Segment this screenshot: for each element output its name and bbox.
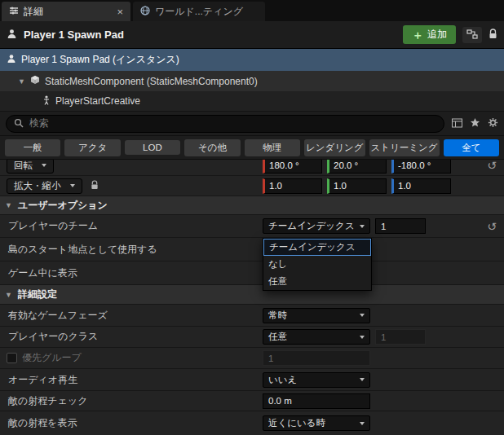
actor-icon — [7, 28, 17, 42]
collapse-arrow-icon: ▼ — [5, 201, 12, 209]
enemy-range-check-row: 敵の射程チェック 0.0 m — [0, 391, 504, 411]
menu-item-none[interactable]: なし — [263, 256, 371, 273]
scale-lock-icon[interactable] — [91, 180, 99, 192]
filter-misc[interactable]: その他 — [184, 139, 240, 156]
section-user-options[interactable]: ▼ ユーザーオプション — [0, 196, 504, 215]
game-phase-label: 有効なゲームフェーズ — [8, 309, 108, 323]
hierarchy-row-staticmesh[interactable]: ▼ StaticMeshComponent (StaticMeshCompone… — [0, 71, 504, 91]
node-graph-icon — [466, 28, 478, 42]
chevron-down-icon — [42, 164, 46, 167]
figure-icon — [42, 95, 51, 108]
team-dropdown-menu: チームインデックス なし 任意 — [263, 238, 372, 291]
rotation-x-field[interactable]: 180.0 ° — [263, 160, 322, 174]
player-class-dropdown[interactable]: 任意 — [263, 329, 370, 345]
view-options-icon[interactable] — [452, 116, 462, 131]
priority-group-checkbox[interactable] — [7, 353, 17, 363]
scale-y-field[interactable]: 1.0 — [327, 178, 387, 194]
show-in-game-label: ゲーム中に表示 — [8, 266, 77, 280]
lock-icon[interactable] — [489, 28, 497, 42]
search-placeholder: 検索 — [29, 116, 49, 130]
page-title: Player 1 Spawn Pad — [24, 29, 124, 41]
scale-z-field[interactable]: 1.0 — [391, 178, 451, 194]
filter-general[interactable]: 一般 — [5, 139, 60, 156]
hierarchy-staticmesh-label: StaticMeshComponent (StaticMeshComponent… — [45, 76, 258, 87]
player-class-row: プレイヤーのクラス 任意 1 — [0, 327, 504, 348]
rotation-z-field[interactable]: -180.0 ° — [391, 160, 451, 174]
chevron-down-icon — [360, 378, 365, 381]
component-hierarchy: Player 1 Spawn Pad (インスタンス) ▼ StaticMesh… — [0, 49, 504, 112]
chevron-down-icon — [70, 184, 75, 187]
expand-arrow-icon[interactable]: ▼ — [18, 77, 25, 86]
actor-icon — [7, 54, 16, 66]
filter-bar: 一般 アクタ LOD その他 物理 レンダリング ストリーミング 全て — [0, 136, 504, 160]
audio-playback-dropdown[interactable]: いいえ — [263, 372, 370, 388]
island-start-row: 島のスタート地点として使用する — [0, 238, 504, 261]
world-icon — [140, 6, 150, 18]
rotation-row: 回転 180.0 ° 20.0 ° -180.0 ° ↺ — [0, 160, 504, 176]
scale-row: 拡大・縮小 1.0 1.0 1.0 — [0, 176, 504, 196]
menu-item-team-index[interactable]: チームインデックス — [263, 239, 371, 256]
island-start-label: 島のスタート地点として使用する — [8, 243, 157, 257]
scale-mode-dropdown[interactable]: 拡大・縮小 — [7, 178, 82, 194]
collapse-arrow-icon: ▼ — [5, 291, 12, 299]
cube-icon — [30, 75, 40, 87]
panel-tab-bar: 詳細 × ワールド...ティング — [0, 0, 504, 21]
reset-icon[interactable]: ↺ — [487, 221, 497, 232]
player-team-label: プレイヤーのチーム — [8, 219, 98, 233]
filter-actor[interactable]: アクタ — [64, 139, 120, 156]
filter-all[interactable]: 全て — [444, 139, 499, 156]
property-grid: 回転 180.0 ° 20.0 ° -180.0 ° ↺ 拡大・縮小 1.0 1… — [0, 160, 504, 435]
hierarchy-row-playerstart[interactable]: PlayerStartCreative — [0, 91, 504, 112]
menu-item-any[interactable]: 任意 — [263, 273, 371, 290]
player-class-label: プレイヤーのクラス — [8, 330, 98, 344]
chevron-down-icon — [360, 422, 365, 425]
game-phase-row: 有効なゲームフェーズ 常時 — [0, 305, 504, 327]
tab-details[interactable]: 詳細 × — [2, 2, 130, 21]
search-row: 検索 — [0, 112, 504, 136]
add-button-label: 追加 — [427, 28, 447, 42]
favorites-star-icon[interactable] — [470, 116, 480, 131]
game-phase-dropdown[interactable]: 常時 — [263, 308, 370, 323]
add-button[interactable]: ＋ 追加 — [403, 25, 456, 44]
enemy-range-check-label: 敵の射程チェック — [8, 394, 87, 408]
rotation-y-field[interactable]: 20.0 ° — [327, 160, 387, 174]
player-team-index-field[interactable]: 1 — [375, 218, 426, 234]
show-in-game-row: ゲーム中に表示 — [0, 261, 504, 285]
priority-group-label: 優先グループ — [22, 351, 82, 365]
enemy-range-display-row: 敵の射程を表示 近くにいる時 — [0, 411, 504, 435]
tab-details-label: 詳細 — [24, 5, 43, 19]
priority-group-field: 1 — [263, 350, 370, 366]
rotation-mode-dropdown[interactable]: 回転 — [7, 160, 54, 174]
player-team-dropdown[interactable]: チームインデックス — [263, 218, 370, 234]
scale-x-field[interactable]: 1.0 — [263, 178, 322, 194]
audio-playback-label: オーディオ再生 — [8, 373, 77, 387]
search-input[interactable]: 検索 — [6, 115, 444, 133]
filter-lod[interactable]: LOD — [125, 140, 180, 155]
gear-icon[interactable] — [488, 116, 498, 131]
filter-physics[interactable]: 物理 — [245, 139, 300, 156]
filter-rendering[interactable]: レンダリング — [304, 139, 365, 156]
priority-group-row: 優先グループ 1 — [0, 348, 504, 369]
search-icon — [14, 116, 24, 131]
tab-world-settings[interactable]: ワールド...ティング — [133, 2, 265, 21]
details-icon — [9, 6, 19, 18]
hierarchy-root-label: Player 1 Spawn Pad (インスタンス) — [21, 53, 179, 67]
enemy-range-display-label: 敵の射程を表示 — [8, 416, 77, 430]
hierarchy-playerstart-label: PlayerStartCreative — [55, 95, 140, 107]
player-class-index-field: 1 — [375, 329, 426, 345]
reset-icon[interactable]: ↺ — [487, 160, 497, 171]
enemy-range-check-field[interactable]: 0.0 m — [263, 393, 370, 409]
close-icon[interactable]: × — [117, 7, 123, 17]
chevron-down-icon — [360, 336, 365, 339]
plus-icon: ＋ — [412, 29, 423, 41]
chevron-down-icon — [360, 314, 365, 317]
section-advanced[interactable]: ▼ 詳細設定 — [0, 285, 504, 305]
hierarchy-row-root[interactable]: Player 1 Spawn Pad (インスタンス) — [0, 49, 504, 71]
enemy-range-display-dropdown[interactable]: 近くにいる時 — [263, 415, 370, 431]
tab-world-settings-label: ワールド...ティング — [155, 5, 243, 19]
blueprint-graph-button[interactable] — [462, 27, 482, 43]
details-header: Player 1 Spawn Pad ＋ 追加 — [0, 21, 504, 49]
audio-playback-row: オーディオ再生 いいえ — [0, 369, 504, 391]
chevron-down-icon — [360, 225, 365, 228]
filter-streaming[interactable]: ストリーミング — [369, 139, 440, 156]
